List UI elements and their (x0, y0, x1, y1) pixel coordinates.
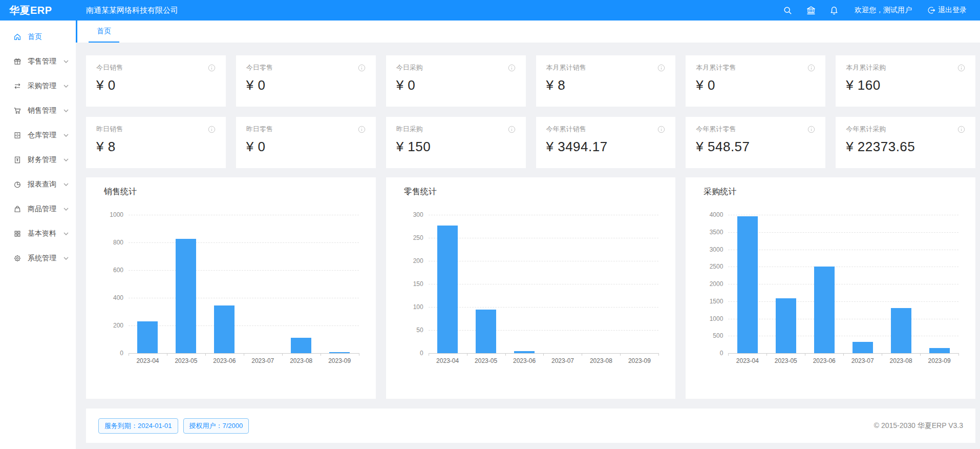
sales-chart-plot: 02004006008001000 (129, 215, 359, 353)
bar (776, 298, 796, 353)
chevron-down-icon (63, 158, 69, 161)
purchase-chart-panel: 采购统计 05001000150020002500300035004000 20… (686, 177, 975, 399)
bar (291, 338, 311, 353)
chevron-down-icon (63, 232, 69, 235)
x-axis-label: 2023-08 (882, 357, 920, 364)
sidebar-item-system[interactable]: 系统管理 (0, 246, 76, 271)
info-icon[interactable] (208, 64, 216, 72)
bar (853, 342, 873, 353)
stat-card-value: ¥ 0 (246, 77, 366, 93)
logout-button[interactable]: 退出登录 (927, 6, 967, 15)
finance-icon (13, 156, 22, 164)
logout-label: 退出登录 (938, 6, 967, 15)
sidebar-item-warehouse[interactable]: 仓库管理 (0, 123, 76, 148)
pie-chart-icon (13, 180, 22, 189)
stat-card-label: 今日零售 (246, 63, 273, 72)
chevron-down-icon (63, 208, 69, 211)
info-icon[interactable] (807, 126, 815, 133)
stat-card-label: 昨日销售 (96, 125, 123, 134)
info-icon[interactable] (358, 64, 366, 72)
chevron-down-icon (63, 183, 69, 186)
info-icon[interactable] (508, 126, 516, 133)
gridline (429, 238, 659, 238)
gridline (429, 215, 659, 215)
bar (137, 321, 158, 353)
x-axis-label: 2023-09 (321, 357, 359, 364)
info-icon[interactable] (807, 64, 815, 72)
y-axis-tick-label: 300 (413, 211, 423, 218)
stat-card-label: 今年累计采购 (846, 125, 886, 134)
x-axis-label: 2023-09 (920, 357, 958, 364)
gridline (728, 284, 958, 284)
y-axis-tick-label: 150 (413, 280, 423, 288)
y-axis-tick-label: 800 (113, 239, 123, 246)
sidebar-item-goods[interactable]: 商品管理 (0, 197, 76, 221)
stat-card-value: ¥ 0 (96, 77, 216, 93)
y-axis-tick-label: 200 (113, 322, 123, 329)
bar (737, 216, 758, 353)
stat-card-label: 今年累计销售 (546, 125, 586, 134)
bar (329, 352, 350, 353)
sidebar-item-finance[interactable]: 财务管理 (0, 148, 76, 172)
charts-row: 销售统计 02004006008001000 2023-042023-05202… (86, 177, 975, 399)
home-icon (13, 33, 22, 41)
stat-card-value: ¥ 150 (396, 139, 516, 155)
sidebar-item-retail[interactable]: 零售管理 (0, 49, 76, 74)
gridline (129, 325, 359, 326)
chevron-down-icon (63, 134, 69, 137)
stat-card-value: ¥ 0 (396, 77, 516, 93)
licensed-users-badge: 授权用户：7/2000 (183, 418, 249, 434)
stat-card-value: ¥ 8 (546, 77, 666, 93)
y-axis-tick-label: 3000 (710, 246, 723, 253)
stat-card-today-purchase: 今日采购 ¥ 0 (386, 55, 526, 107)
tab-home[interactable]: 首页 (89, 21, 119, 43)
info-icon[interactable] (957, 64, 965, 72)
x-axis-label: 2023-05 (167, 357, 205, 364)
gridline (429, 284, 659, 284)
bar (176, 239, 196, 353)
tab-bar-accent (76, 21, 77, 43)
x-axis-tick (244, 353, 244, 356)
main-layout: 首页 零售管理 采购管理 销售管理 仓库管理 财务管理 (0, 21, 980, 449)
gridline (429, 330, 659, 331)
gridline (728, 336, 958, 336)
x-axis-labels: 2023-042023-052023-062023-072023-082023-… (728, 357, 958, 364)
x-axis-label: 2023-04 (429, 357, 467, 364)
bar (929, 348, 950, 353)
sidebar-item-basic-data[interactable]: 基本资料 (0, 221, 76, 246)
stat-card-year-sales: 今年累计销售 ¥ 3494.17 (536, 117, 676, 168)
sidebar-item-reports[interactable]: 报表查询 (0, 172, 76, 197)
bar (476, 310, 496, 354)
sidebar-item-label: 商品管理 (28, 205, 56, 214)
y-axis-tick-label: 0 (120, 350, 123, 357)
info-icon[interactable] (358, 126, 366, 133)
sidebar-item-purchase[interactable]: 采购管理 (0, 74, 76, 98)
y-axis-tick-label: 3500 (710, 229, 723, 236)
info-icon[interactable] (508, 64, 516, 72)
bank-icon[interactable] (806, 6, 816, 15)
sidebar-item-label: 首页 (28, 32, 42, 42)
sidebar-item-sales[interactable]: 销售管理 (0, 98, 76, 123)
info-icon[interactable] (657, 126, 665, 133)
x-axis-label: 2023-07 (843, 357, 882, 364)
info-icon[interactable] (957, 126, 965, 133)
info-icon[interactable] (657, 64, 665, 72)
sidebar-item-label: 销售管理 (28, 106, 56, 115)
sidebar-item-label: 零售管理 (28, 57, 56, 66)
x-axis-tick (543, 353, 544, 356)
y-axis-tick-label: 0 (720, 350, 723, 357)
x-axis-tick (359, 353, 359, 356)
stat-card-label: 今年累计零售 (696, 125, 736, 134)
stat-card-today-retail: 今日零售 ¥ 0 (236, 55, 376, 107)
footer-bar: 服务到期：2024-01-01 授权用户：7/2000 © 2015-2030 … (86, 409, 975, 443)
x-axis-tick (958, 353, 959, 356)
bell-icon[interactable] (830, 6, 838, 15)
y-axis-tick-label: 250 (413, 234, 423, 241)
search-icon[interactable] (783, 6, 792, 15)
bar (514, 351, 535, 354)
info-icon[interactable] (208, 126, 216, 133)
x-axis-tick (167, 353, 167, 356)
sidebar-item-home[interactable]: 首页 (0, 25, 76, 49)
x-axis-label: 2023-09 (620, 357, 658, 364)
stat-card-label: 本月累计零售 (696, 63, 736, 72)
